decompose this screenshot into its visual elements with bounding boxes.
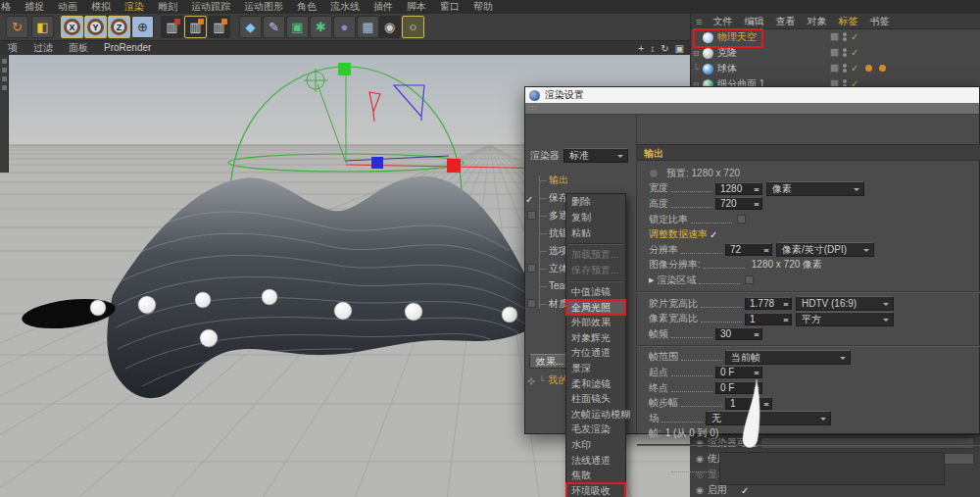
menu-item-渲染[interactable]: 渲染 — [118, 0, 151, 14]
unit-dropdown[interactable]: 像素/英寸(DPI) — [776, 242, 874, 257]
unit-dropdown[interactable]: HDTV (16:9) — [796, 296, 894, 311]
menu-item-保存预置...[interactable]: 保存预置... — [566, 263, 625, 278]
layer-swatch-icon[interactable] — [830, 48, 839, 57]
menu-item-水印[interactable]: 水印 — [566, 437, 625, 453]
panel-menu-icon[interactable]: ≡ — [691, 16, 707, 27]
visibility-dots-icon[interactable] — [843, 64, 847, 73]
effects-button[interactable]: 效果... — [529, 354, 570, 369]
add-cube-button[interactable]: ◆ — [239, 16, 262, 38]
stepper-icon[interactable] — [783, 316, 789, 324]
enabled-check-icon[interactable]: ✓ — [851, 63, 858, 74]
viewport-menu-过滤[interactable]: 过滤 — [25, 41, 61, 55]
visibility-dots-icon[interactable] — [843, 48, 847, 57]
menu-item-柱面镜头[interactable]: 柱面镜头 — [566, 391, 625, 407]
rotate-view-icon[interactable]: ↻ — [661, 43, 668, 54]
menu-item-中值滤镜[interactable]: 中值滤镜 — [566, 284, 625, 300]
menu-item-运动图形[interactable]: 运动图形 — [237, 0, 290, 14]
menu-item-加载预置...[interactable]: 加载预置... — [566, 247, 625, 263]
value-input[interactable]: 1.778 — [745, 297, 792, 310]
layer-swatch-icon[interactable] — [830, 32, 839, 41]
object-row-球体[interactable]: └球体✓ — [691, 61, 980, 76]
menu-item-对象辉光[interactable]: 对象辉光 — [566, 330, 625, 346]
menu-item-景深[interactable]: 景深 — [566, 361, 625, 376]
tag-icon[interactable] — [865, 65, 872, 72]
enabled-check-icon[interactable]: ✓ — [851, 47, 858, 58]
visibility-dots-icon[interactable] — [843, 32, 847, 41]
menu-item-环境吸收[interactable]: 环境吸收 — [566, 483, 625, 497]
z-axis-lock-button[interactable]: Z — [108, 16, 130, 38]
coordinate-system-icon[interactable]: ◧ — [31, 16, 54, 38]
category-checkbox[interactable] — [527, 299, 536, 308]
pan-view-icon[interactable]: + — [638, 43, 644, 54]
menu-item-流水线[interactable]: 流水线 — [323, 0, 367, 14]
menu-item-全局光照[interactable]: 全局光照 — [566, 300, 625, 316]
category-输出[interactable]: 输出 — [525, 172, 636, 189]
dialog-splitter[interactable] — [636, 115, 637, 435]
menu-item-次帧运动模糊[interactable]: 次帧运动模糊 — [566, 407, 625, 422]
menu-item-动画[interactable]: 动画 — [51, 0, 84, 14]
undo-icon[interactable]: ↻ — [6, 16, 28, 38]
dialog-grip[interactable]: ∷∷ — [525, 103, 979, 115]
menu-item-运动跟踪[interactable]: 运动跟踪 — [184, 0, 237, 14]
om-menu-标签[interactable]: 标签 — [832, 14, 863, 29]
render-active-view-button[interactable]: ▥ — [184, 16, 207, 38]
checkbox-checked[interactable]: ✓ — [710, 229, 717, 240]
preset-button[interactable] — [649, 169, 659, 178]
menu-item-粘贴[interactable]: 粘贴 — [566, 225, 625, 241]
value-input[interactable]: 720 — [715, 197, 762, 210]
om-menu-书签[interactable]: 书签 — [863, 14, 895, 29]
floor-button[interactable]: ▦ — [357, 16, 379, 38]
deformers-button[interactable]: ✱ — [310, 16, 332, 38]
stepper-icon[interactable] — [754, 185, 760, 194]
dialog-title-bar[interactable]: 渲染设置 — [525, 87, 979, 103]
menu-item-脚本[interactable]: 脚本 — [400, 0, 433, 14]
unit-dropdown[interactable]: 像素 — [766, 181, 864, 196]
category-checkbox[interactable] — [527, 264, 536, 273]
expander-icon[interactable]: ⊟ — [691, 49, 701, 58]
viewport-menu-ProRender[interactable]: ProRender — [96, 41, 159, 55]
pen-tool-button[interactable]: ✎ — [263, 16, 285, 38]
value-input[interactable]: 30 — [715, 327, 762, 340]
value-dropdown[interactable]: 当前帧 — [725, 350, 851, 365]
light-button[interactable]: ○ — [402, 16, 424, 38]
layer-swatch-icon[interactable] — [830, 64, 839, 73]
enabled-check-icon[interactable]: ✓ — [851, 31, 858, 42]
stepper-icon[interactable] — [754, 330, 760, 339]
generators-button[interactable]: ▣ — [286, 16, 309, 38]
menu-item-焦散[interactable]: 焦散 — [566, 468, 625, 483]
tag-icon[interactable] — [879, 65, 886, 72]
menu-item-法线通道[interactable]: 法线通道 — [566, 453, 625, 469]
menu-item-插件[interactable]: 插件 — [367, 0, 400, 14]
menu-item-删除[interactable]: 删除 — [566, 194, 625, 210]
viewport-menu-面板[interactable]: 面板 — [61, 41, 96, 55]
menu-item-毛发渲染[interactable]: 毛发渲染 — [566, 422, 625, 437]
menu-item-外部效果[interactable]: 外部效果 — [566, 315, 625, 330]
viewport-menu-项[interactable]: 项 — [0, 41, 25, 55]
expand-arrow-icon[interactable]: ▶ — [649, 276, 654, 284]
render-settings-button[interactable]: ▥ — [208, 16, 230, 38]
menu-item-方位通道[interactable]: 方位通道 — [566, 345, 625, 361]
renderer-dropdown[interactable]: 标准 — [564, 148, 628, 163]
render-view-button[interactable]: ▥ — [161, 16, 183, 38]
menu-item-雕刻[interactable]: 雕刻 — [151, 0, 184, 14]
value-input[interactable]: 1 — [745, 313, 792, 325]
menu-item-捕捉[interactable]: 捕捉 — [18, 0, 51, 14]
menu-item-格[interactable]: 格 — [0, 0, 18, 14]
toggle-view-icon[interactable]: ▣ — [675, 43, 684, 54]
checkbox[interactable] — [737, 215, 746, 224]
menu-item-柔和滤镜[interactable]: 柔和滤镜 — [566, 376, 625, 392]
menu-item-帮助[interactable]: 帮助 — [466, 0, 500, 14]
stepper-icon[interactable] — [783, 300, 789, 309]
category-checkbox[interactable] — [527, 211, 536, 220]
checkbox[interactable] — [745, 275, 754, 284]
stepper-icon[interactable] — [763, 246, 769, 255]
om-menu-文件[interactable]: 文件 — [707, 14, 738, 29]
om-menu-查看[interactable]: 查看 — [769, 14, 801, 29]
menu-item-窗口[interactable]: 窗口 — [433, 0, 466, 14]
menu-item-角色[interactable]: 角色 — [290, 0, 323, 14]
om-menu-编辑[interactable]: 编辑 — [738, 14, 769, 29]
zoom-view-icon[interactable]: ↕ — [650, 43, 655, 54]
y-axis-lock-button[interactable]: Y — [84, 16, 107, 38]
object-row-物理天空[interactable]: 物理天空✓ — [691, 29, 980, 45]
volume-button[interactable]: ● — [333, 16, 356, 38]
